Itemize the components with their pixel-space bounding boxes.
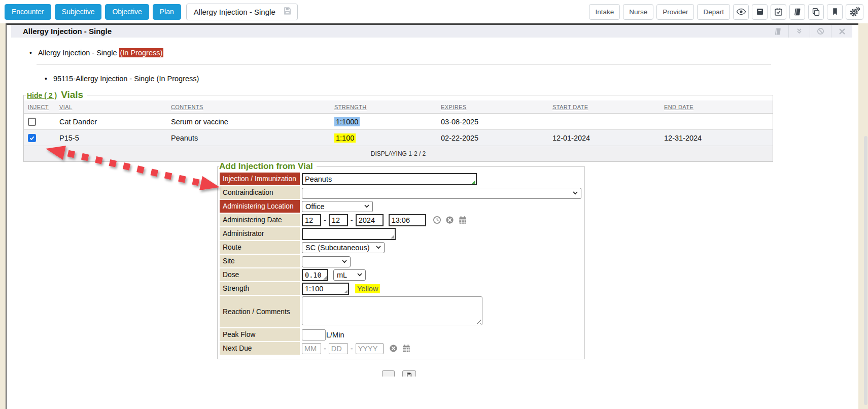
calendar-check-icon[interactable] (771, 4, 786, 20)
book-icon[interactable] (789, 4, 805, 20)
strength-flag: Yellow (355, 284, 380, 293)
void-icon[interactable] (810, 25, 831, 38)
dose-unit-select[interactable]: mL (333, 269, 366, 281)
gears-icon[interactable] (846, 4, 863, 20)
admin-date-year-input[interactable] (356, 214, 384, 226)
col-inject[interactable]: INJECT (24, 100, 55, 114)
field-label-peak-flow: Peak Flow (220, 328, 300, 341)
hide-vials-link[interactable]: Hide ( 2 ) (27, 91, 57, 99)
col-start-date[interactable]: START DATE (548, 100, 660, 114)
strength-input[interactable] (302, 283, 349, 295)
cell-vial: P15-5 (55, 130, 167, 146)
admin-date-day-input[interactable] (329, 214, 348, 226)
route-select[interactable]: SC (Subcutaneous) (302, 242, 385, 253)
inject-checkbox-checked[interactable] (28, 134, 36, 142)
reaction-comments-textarea[interactable] (302, 296, 482, 325)
form-legend: Add Injection from Vial (219, 161, 317, 172)
document-title-box[interactable]: Allergy Injection - Single (186, 4, 298, 20)
chevron-down-icon (342, 260, 347, 263)
save-icon[interactable] (283, 6, 292, 17)
field-label-administrator: Administrator (220, 227, 300, 240)
field-label-route: Route (220, 241, 300, 254)
chevron-down-icon (364, 204, 369, 208)
cell-vial: Cat Dander (55, 114, 167, 130)
field-label-administering-location: Administering Location (220, 200, 300, 213)
cell-end-date: 12-31-2024 (660, 130, 773, 146)
next-due-day-input[interactable] (329, 343, 348, 354)
field-label-dose: Dose (220, 268, 300, 281)
nurse-button[interactable]: Nurse (623, 4, 653, 20)
admin-time-input[interactable] (389, 214, 426, 226)
plan-button[interactable]: Plan (153, 4, 181, 20)
divider (37, 64, 771, 65)
progress-sub-item: •95115-Allergy Injection - Single (In Pr… (45, 75, 199, 83)
strength-highlight: 1:1000 (334, 117, 360, 126)
bottom-save-button[interactable] (402, 370, 416, 377)
date-separator: - (351, 216, 353, 224)
depart-button[interactable]: Depart (697, 4, 730, 20)
progress-item: •Allergy Injection - Single (In Progress… (29, 49, 163, 57)
objective-button[interactable]: Objective (105, 4, 149, 20)
book-icon[interactable] (767, 25, 788, 38)
close-icon[interactable] (831, 25, 852, 38)
route-value: SC (Subcutaneous) (305, 244, 370, 252)
calendar-icon[interactable] (401, 344, 411, 354)
col-strength[interactable]: STRENGTH (330, 100, 437, 114)
panel-header-actions (767, 25, 852, 38)
eye-icon[interactable] (733, 4, 749, 20)
top-toolbar: Encounter Subjective Objective Plan Alle… (0, 0, 868, 23)
copy-icon[interactable] (808, 4, 824, 20)
col-vial[interactable]: VIAL (55, 100, 167, 114)
archive-icon[interactable] (752, 4, 768, 20)
col-expires[interactable]: EXPIRES (437, 100, 548, 114)
dose-unit-value: mL (337, 271, 347, 279)
collapse-icon[interactable] (788, 25, 810, 38)
site-select[interactable] (302, 256, 351, 267)
dose-input[interactable] (302, 269, 328, 281)
peak-flow-input[interactable] (302, 329, 326, 340)
field-label-reaction-comments: Reaction / Comments (220, 296, 300, 327)
bottom-action-button[interactable] (382, 370, 395, 377)
save-icon (406, 372, 412, 377)
subjective-button[interactable]: Subjective (55, 4, 102, 20)
bookmark-icon[interactable] (827, 4, 843, 20)
cell-contents: Peanuts (167, 130, 330, 146)
field-label-strength: Strength (220, 282, 300, 295)
cell-start-date (548, 114, 660, 130)
encounter-button[interactable]: Encounter (5, 4, 51, 20)
administrator-input[interactable] (302, 228, 396, 240)
clear-icon[interactable] (389, 344, 398, 353)
field-label-next-due: Next Due (220, 342, 300, 355)
cell-end-date (660, 114, 773, 130)
strength-highlight: 1:100 (334, 133, 356, 143)
chevron-down-icon (357, 273, 362, 277)
next-due-year-input[interactable] (356, 343, 384, 354)
vertical-scrollbar[interactable] (864, 136, 867, 405)
contraindication-select[interactable] (302, 188, 581, 199)
date-separator: - (351, 345, 353, 353)
clear-icon[interactable] (445, 215, 455, 225)
cell-expires: 03-08-2025 (437, 114, 548, 130)
vials-legend: Vials (61, 89, 83, 100)
admin-date-month-input[interactable] (302, 214, 321, 226)
inject-checkbox-unchecked[interactable] (28, 118, 36, 126)
chevron-down-icon (376, 246, 381, 249)
col-contents[interactable]: CONTENTS (167, 100, 330, 114)
intake-button[interactable]: Intake (589, 4, 620, 20)
cell-contents: Serum or vaccine (167, 114, 330, 130)
calendar-icon[interactable] (458, 215, 468, 225)
provider-button[interactable]: Provider (656, 4, 694, 20)
administering-location-select[interactable]: Office (302, 201, 373, 212)
next-due-month-input[interactable] (302, 343, 321, 354)
field-label-injection-immunization: Injection / Immunization (220, 173, 300, 185)
progress-sub-item-label: 95115-Allergy Injection - Single (In Pro… (53, 75, 199, 83)
field-label-administering-date: Administering Date (220, 214, 300, 226)
col-end-date[interactable]: END DATE (660, 100, 773, 114)
panel-header: Allergy Injection - Single (11, 25, 852, 38)
clock-icon[interactable] (432, 215, 442, 225)
status-badge: (In Progress) (119, 48, 164, 57)
document-title: Allergy Injection - Single (194, 8, 275, 16)
vials-table: INJECT VIAL CONTENTS STRENGTH EXPIRES ST… (24, 100, 773, 161)
field-label-site: Site (220, 255, 300, 267)
injection-immunization-input[interactable] (302, 173, 477, 185)
